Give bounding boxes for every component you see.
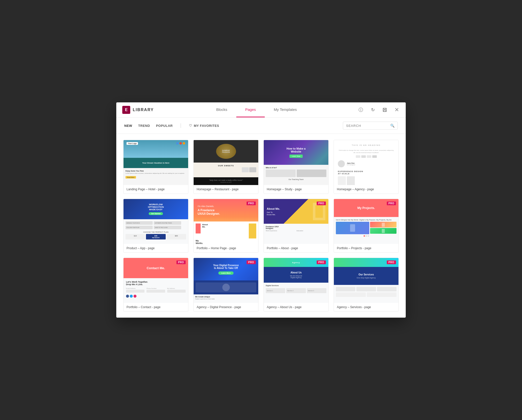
brand-icon: E — [122, 106, 130, 114]
pro-badge-portfolio-projects: PRO — [387, 202, 396, 205]
template-card-agency[interactable]: THIS IS AN HEADING Click button to chang… — [334, 140, 399, 194]
template-card-restaurant[interactable]: SUNRISEPASSION OUR SWEETS "tasty food, n… — [193, 140, 259, 194]
template-label-services: Agency – Services - page — [334, 303, 398, 311]
template-thumb-hotel: Your Logo Your Dream Vacation Is Here En… — [124, 140, 188, 185]
modal-overlay[interactable]: E LIBRARY Blocks Pages My Templates ⓘ ↻ — [0, 0, 522, 420]
refresh-icon[interactable]: ↻ — [369, 106, 377, 114]
template-thumb-about-us: PRO Agency About Us We Are BeyondDigital… — [264, 258, 328, 303]
template-label-restaurant: Homepage – Restaurant - page — [194, 185, 258, 194]
template-thumb-contact: PRO Contact Me. Let's Work Together.Drop… — [124, 258, 188, 303]
template-label-contact: Portfolio – Contact - page — [124, 303, 188, 311]
pro-badge-portfolio-about: PRO — [317, 202, 326, 205]
template-label-portfolio-projects: Portfolio – Projects - page — [334, 244, 398, 252]
search-input[interactable] — [346, 124, 388, 128]
tab-my-templates[interactable]: My Templates — [265, 102, 306, 117]
filter-divider — [181, 123, 181, 128]
filter-favorites[interactable]: ♡ MY FAVORITES — [189, 124, 219, 128]
tab-pages[interactable]: Pages — [236, 102, 265, 117]
close-button[interactable]: ✕ — [393, 106, 401, 114]
template-card-about-us[interactable]: PRO Agency About Us We Are BeyondDigital… — [263, 258, 329, 312]
heart-icon: ♡ — [189, 124, 192, 128]
pro-badge-services: PRO — [387, 260, 396, 264]
template-thumb-agency: THIS IS AN HEADING Click button to chang… — [334, 140, 398, 185]
modal-header: E LIBRARY Blocks Pages My Templates ⓘ ↻ — [116, 102, 406, 118]
template-label-portfolio-home: Portfolio – Home Page - page — [194, 244, 258, 252]
info-icon[interactable]: ⓘ — [357, 106, 365, 114]
modal-body: Your Logo Your Dream Vacation Is Here En… — [116, 134, 406, 318]
filter-popular[interactable]: POPULAR — [156, 123, 173, 129]
template-card-hotel[interactable]: Your Logo Your Dream Vacation Is Here En… — [123, 140, 188, 194]
pro-badge-portfolio-home: PRO — [247, 202, 256, 205]
search-box[interactable]: 🔍 — [343, 122, 398, 130]
pro-badge-about-us: PRO — [317, 260, 326, 264]
template-label-digital: Agency – Digital Presence - page — [194, 303, 258, 311]
pro-badge-contact: PRO — [176, 260, 186, 264]
template-thumb-portfolio-home: PRO I'm Alex Daniels. A FreelanceUX/UI D… — [194, 199, 258, 244]
template-label-agency: Homepage – Agency - page — [334, 185, 398, 194]
brand-title: LIBRARY — [133, 108, 154, 112]
library-brand: E LIBRARY — [116, 102, 161, 117]
template-label-portfolio-about: Portfolio – About - page — [264, 244, 328, 252]
filter-trend[interactable]: TREND — [138, 123, 150, 129]
template-card-portfolio-projects[interactable]: PRO My Projects. Get A Glimpse Into My W… — [334, 199, 399, 253]
filter-tabs: NEW TREND POPULAR ♡ MY FAVORITES — [124, 123, 343, 129]
template-card-contact[interactable]: PRO Contact Me. Let's Work Together.Drop… — [123, 258, 188, 312]
template-label-app: Product – App - page — [124, 244, 188, 252]
template-thumb-portfolio-about: PRO About Me. Get ToKnow Me. Freelance — [264, 199, 328, 244]
library-modal: E LIBRARY Blocks Pages My Templates ⓘ ↻ — [116, 102, 406, 318]
pro-badge-digital: PRO — [247, 260, 256, 264]
save-icon[interactable] — [381, 106, 389, 114]
template-card-portfolio-about[interactable]: PRO About Me. Get ToKnow Me. Freelance — [263, 199, 329, 253]
template-thumb-services: PRO Our Services One-Stop Digital Agency — [334, 258, 398, 303]
search-icon: 🔍 — [390, 124, 394, 128]
tab-blocks[interactable]: Blocks — [207, 102, 236, 117]
template-card-services[interactable]: PRO Our Services One-Stop Digital Agency — [334, 258, 399, 312]
modal-actions: ⓘ ↻ ✕ — [352, 106, 406, 114]
modal-tabs: Blocks Pages My Templates — [161, 102, 352, 117]
template-card-app[interactable]: WORKFLOWOPTIMIZATIONMADE EASY Get Starte… — [123, 199, 188, 253]
template-thumb-portfolio-projects: PRO My Projects. Get A Glimpse Into My W… — [334, 199, 398, 244]
template-label-about-us: Agency – About Us - page — [264, 303, 328, 311]
templates-grid: Your Logo Your Dream Vacation Is Here En… — [123, 140, 399, 312]
template-card-study[interactable]: How to Make aWebsite Learn Now Who is it… — [263, 140, 329, 194]
template-card-portfolio-home[interactable]: PRO I'm Alex Daniels. A FreelanceUX/UI D… — [193, 199, 259, 253]
filter-new[interactable]: NEW — [124, 123, 132, 129]
template-card-digital[interactable]: PRO Your Digital PresenceIs About To Tak… — [193, 258, 259, 312]
template-thumb-digital: PRO Your Digital PresenceIs About To Tak… — [194, 258, 258, 303]
template-label-hotel: Landing Page – Hotel - page — [124, 185, 188, 194]
template-thumb-app: WORKFLOWOPTIMIZATIONMADE EASY Get Starte… — [124, 199, 188, 244]
template-label-study: Homepage – Study - page — [264, 185, 328, 194]
template-thumb-restaurant: SUNRISEPASSION OUR SWEETS "tasty food, n… — [194, 140, 258, 185]
template-thumb-study: How to Make aWebsite Learn Now Who is it… — [264, 140, 328, 185]
filter-bar: NEW TREND POPULAR ♡ MY FAVORITES 🔍 — [116, 118, 406, 134]
